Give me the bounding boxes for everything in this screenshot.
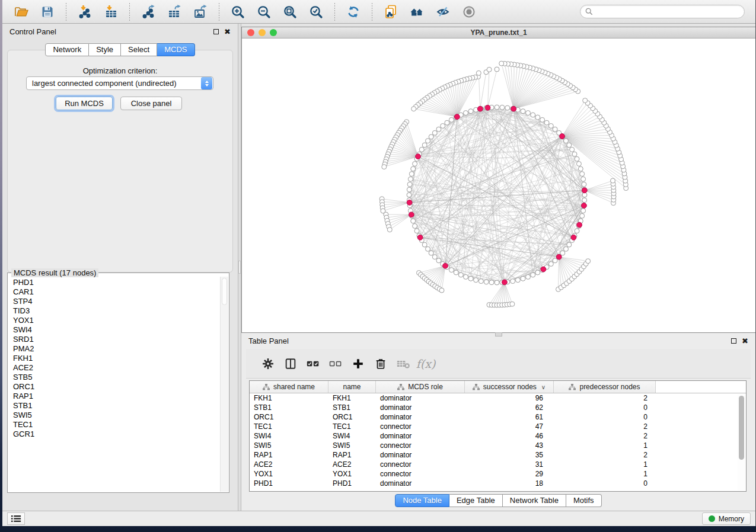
mcds-result-item[interactable]: TID3 <box>13 306 219 316</box>
tab-style[interactable]: Style <box>89 43 121 56</box>
import-table-icon <box>104 5 118 19</box>
deselect-all-rows-button[interactable] <box>328 356 343 371</box>
column-header-shared-name[interactable]: shared name <box>250 381 328 393</box>
table-row[interactable]: YOX1YOX1connector291 <box>250 469 746 479</box>
table-row[interactable]: SWI5SWI5connector431 <box>250 441 746 450</box>
tab-select[interactable]: Select <box>121 43 157 56</box>
cell-name: SWI5 <box>328 441 376 450</box>
import-network-button[interactable] <box>75 2 95 21</box>
task-history-button[interactable] <box>7 512 25 525</box>
zoom-fit-button[interactable] <box>280 2 300 21</box>
close-panel-button[interactable]: Close panel <box>120 97 182 110</box>
mcds-result-item[interactable]: STB5 <box>13 373 219 382</box>
close-table-panel-icon[interactable]: ✖ <box>742 338 748 344</box>
cell-predecessor-nodes: 1 <box>554 460 656 469</box>
tab-network-table[interactable]: Network Table <box>503 494 566 507</box>
mcds-result-item[interactable]: YOX1 <box>13 316 219 325</box>
save-session-button[interactable] <box>37 2 58 21</box>
first-neighbors-button[interactable] <box>407 2 427 21</box>
control-panel-tabs: NetworkStyleSelectMCDS <box>2 43 238 56</box>
table-row[interactable]: ACE2ACE2connector311 <box>250 460 746 469</box>
mcds-result-item[interactable]: RAP1 <box>13 392 219 401</box>
mcds-result-item[interactable]: SWI5 <box>13 411 219 420</box>
import-table-button[interactable] <box>101 2 121 21</box>
tab-motifs[interactable]: Motifs <box>566 494 602 507</box>
tab-network[interactable]: Network <box>45 43 89 56</box>
hide-selected-button[interactable] <box>433 2 453 21</box>
delete-column-icon <box>374 357 387 370</box>
show-all-button[interactable] <box>459 2 479 21</box>
run-mcds-button[interactable]: Run MCDS <box>56 97 113 110</box>
column-header-successor-nodes[interactable]: successor nodes∨ <box>465 381 554 393</box>
table-row[interactable]: FKH1FKH1dominator962 <box>250 393 746 403</box>
float-panel-icon[interactable] <box>213 29 219 34</box>
close-panel-icon[interactable]: ✖ <box>224 29 231 34</box>
delete-column-button[interactable] <box>373 356 388 371</box>
mcds-result-item[interactable]: ORC1 <box>13 382 219 392</box>
tab-node-table[interactable]: Node Table <box>395 494 449 507</box>
cell-predecessor-nodes: 2 <box>554 393 656 403</box>
zoom-in-button[interactable] <box>228 2 248 21</box>
export-image-button[interactable] <box>190 2 210 21</box>
column-view-button[interactable] <box>283 356 298 371</box>
mcds-result-item[interactable]: PMA2 <box>13 344 219 354</box>
table-row[interactable]: RAP1RAP1dominator352 <box>250 450 746 460</box>
table-row[interactable]: TEC1TEC1connector472 <box>250 422 746 431</box>
table-row[interactable]: PHD1PHD1dominator180 <box>250 479 746 488</box>
mcds-result-item[interactable]: TEC1 <box>13 420 219 430</box>
table-row[interactable]: STB1STB1dominator620 <box>250 403 746 412</box>
mcds-result-item[interactable]: SRD1 <box>13 335 219 344</box>
zoom-out-button[interactable] <box>254 2 274 21</box>
mcds-list-scrollbar[interactable] <box>220 277 228 492</box>
table-row[interactable]: SWI4SWI4dominator462 <box>250 431 746 441</box>
horizontal-splitter-handle[interactable] <box>495 332 502 336</box>
mcds-result-item[interactable]: STB1 <box>13 401 219 411</box>
network-graph[interactable] <box>242 39 755 332</box>
optimization-criterion-label: Optimization criterion: <box>2 66 238 75</box>
column-header-predecessor-nodes[interactable]: predecessor nodes <box>554 381 656 393</box>
cell-name: PHD1 <box>328 479 376 488</box>
mcds-result-item[interactable]: GCR1 <box>13 430 219 439</box>
mcds-result-item[interactable]: ACE2 <box>13 363 219 373</box>
memory-button[interactable]: Memory <box>702 512 751 525</box>
table-body: FKH1FKH1dominator962STB1STB1dominator620… <box>250 393 746 488</box>
mcds-result-item[interactable]: FKH1 <box>13 354 219 363</box>
show-all-icon <box>462 5 476 19</box>
mcds-result-item[interactable]: PHD1 <box>13 278 219 287</box>
export-network-button[interactable] <box>138 2 158 21</box>
cell-shared-name: STB1 <box>250 403 328 412</box>
network-window-titlebar[interactable]: YPA_prune.txt_1 <box>242 27 755 39</box>
memory-status-icon <box>709 515 715 522</box>
tab-mcds[interactable]: MCDS <box>157 43 194 56</box>
export-table-button[interactable] <box>164 2 184 21</box>
mcds-result-item[interactable]: STP4 <box>13 297 219 306</box>
deselect-all-rows-icon <box>329 357 342 370</box>
mcds-result-item[interactable]: CAR1 <box>13 287 219 297</box>
tab-edge-table[interactable]: Edge Table <box>449 494 503 507</box>
cell-shared-name: RAP1 <box>250 450 328 460</box>
select-all-rows-button[interactable] <box>305 356 321 371</box>
search-input[interactable] <box>596 6 739 17</box>
zoom-selected-button[interactable] <box>306 2 326 21</box>
table-scrollbar[interactable] <box>738 394 745 491</box>
float-table-panel-icon[interactable] <box>731 338 736 344</box>
cell-successor-nodes: 61 <box>465 412 554 422</box>
refresh-button[interactable] <box>343 2 363 21</box>
network-canvas[interactable] <box>242 39 755 332</box>
cell-MCDS-role: connector <box>376 469 465 479</box>
column-header-MCDS-role[interactable]: MCDS role <box>376 381 465 393</box>
column-label: predecessor nodes <box>579 383 640 391</box>
table-row[interactable]: ORC1ORC1dominator610 <box>250 412 746 422</box>
search-box <box>580 5 745 18</box>
add-column-button[interactable] <box>350 356 366 371</box>
network-from-selection-button[interactable] <box>381 2 401 21</box>
open-session-button[interactable] <box>11 2 31 21</box>
export-network-icon <box>141 5 155 19</box>
column-header-name[interactable]: name <box>328 381 376 393</box>
mcds-result-item[interactable]: SWI4 <box>13 325 219 335</box>
splitter-handle-icon[interactable] <box>238 261 241 274</box>
cell-name: ORC1 <box>328 412 376 422</box>
table-settings-button[interactable] <box>260 356 276 371</box>
refresh-icon <box>346 5 361 19</box>
optimization-criterion-select[interactable]: largest connected component (undirected) <box>26 76 213 90</box>
